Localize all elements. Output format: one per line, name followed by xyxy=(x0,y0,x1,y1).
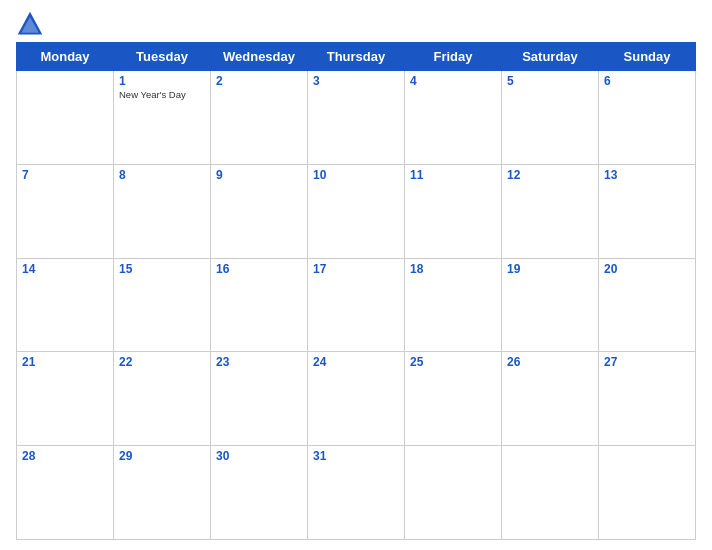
day-number: 13 xyxy=(604,168,690,182)
calendar-week-row: 14151617181920 xyxy=(17,258,696,352)
day-number: 18 xyxy=(410,262,496,276)
day-number: 4 xyxy=(410,74,496,88)
calendar-cell: 11 xyxy=(405,164,502,258)
calendar-cell: 14 xyxy=(17,258,114,352)
col-saturday: Saturday xyxy=(502,43,599,71)
calendar-cell: 30 xyxy=(211,446,308,540)
logo xyxy=(16,10,48,38)
day-number: 7 xyxy=(22,168,108,182)
calendar-cell: 23 xyxy=(211,352,308,446)
calendar-cell: 10 xyxy=(308,164,405,258)
calendar-cell: 8 xyxy=(114,164,211,258)
calendar-cell: 31 xyxy=(308,446,405,540)
day-number: 14 xyxy=(22,262,108,276)
day-number: 8 xyxy=(119,168,205,182)
calendar-cell: 16 xyxy=(211,258,308,352)
calendar-cell: 27 xyxy=(599,352,696,446)
calendar-cell: 6 xyxy=(599,71,696,165)
calendar-week-row: 28293031 xyxy=(17,446,696,540)
day-number: 9 xyxy=(216,168,302,182)
day-number: 29 xyxy=(119,449,205,463)
calendar-week-row: 21222324252627 xyxy=(17,352,696,446)
day-number: 30 xyxy=(216,449,302,463)
day-number: 25 xyxy=(410,355,496,369)
col-tuesday: Tuesday xyxy=(114,43,211,71)
calendar-week-row: 78910111213 xyxy=(17,164,696,258)
calendar-cell: 7 xyxy=(17,164,114,258)
calendar-cell: 13 xyxy=(599,164,696,258)
calendar-cell: 28 xyxy=(17,446,114,540)
col-friday: Friday xyxy=(405,43,502,71)
day-number: 12 xyxy=(507,168,593,182)
calendar-page: Monday Tuesday Wednesday Thursday Friday… xyxy=(0,0,712,550)
calendar-cell: 22 xyxy=(114,352,211,446)
day-number: 24 xyxy=(313,355,399,369)
day-number: 2 xyxy=(216,74,302,88)
day-number: 28 xyxy=(22,449,108,463)
calendar-cell: 3 xyxy=(308,71,405,165)
day-number: 19 xyxy=(507,262,593,276)
calendar-cell: 5 xyxy=(502,71,599,165)
calendar-cell xyxy=(502,446,599,540)
day-number: 21 xyxy=(22,355,108,369)
logo-icon xyxy=(16,10,44,38)
calendar-cell: 2 xyxy=(211,71,308,165)
day-number: 31 xyxy=(313,449,399,463)
day-number: 5 xyxy=(507,74,593,88)
day-number: 3 xyxy=(313,74,399,88)
weekday-header-row: Monday Tuesday Wednesday Thursday Friday… xyxy=(17,43,696,71)
calendar-cell: 9 xyxy=(211,164,308,258)
calendar-cell: 25 xyxy=(405,352,502,446)
calendar-cell xyxy=(599,446,696,540)
calendar-week-row: 1New Year's Day23456 xyxy=(17,71,696,165)
col-thursday: Thursday xyxy=(308,43,405,71)
day-number: 16 xyxy=(216,262,302,276)
col-sunday: Sunday xyxy=(599,43,696,71)
calendar-cell: 20 xyxy=(599,258,696,352)
calendar-cell: 1New Year's Day xyxy=(114,71,211,165)
day-number: 17 xyxy=(313,262,399,276)
calendar-cell: 12 xyxy=(502,164,599,258)
day-number: 6 xyxy=(604,74,690,88)
day-number: 11 xyxy=(410,168,496,182)
day-number: 22 xyxy=(119,355,205,369)
day-number: 1 xyxy=(119,74,205,88)
calendar-cell: 24 xyxy=(308,352,405,446)
calendar-cell: 29 xyxy=(114,446,211,540)
calendar-cell xyxy=(405,446,502,540)
calendar-cell: 21 xyxy=(17,352,114,446)
calendar-header xyxy=(16,10,696,38)
calendar-cell: 17 xyxy=(308,258,405,352)
day-number: 10 xyxy=(313,168,399,182)
calendar-cell: 19 xyxy=(502,258,599,352)
calendar-cell xyxy=(17,71,114,165)
day-number: 23 xyxy=(216,355,302,369)
calendar-cell: 15 xyxy=(114,258,211,352)
col-monday: Monday xyxy=(17,43,114,71)
calendar-cell: 18 xyxy=(405,258,502,352)
calendar-table: Monday Tuesday Wednesday Thursday Friday… xyxy=(16,42,696,540)
day-number: 26 xyxy=(507,355,593,369)
col-wednesday: Wednesday xyxy=(211,43,308,71)
day-number: 15 xyxy=(119,262,205,276)
calendar-cell: 26 xyxy=(502,352,599,446)
holiday-label: New Year's Day xyxy=(119,89,205,100)
day-number: 27 xyxy=(604,355,690,369)
day-number: 20 xyxy=(604,262,690,276)
calendar-cell: 4 xyxy=(405,71,502,165)
